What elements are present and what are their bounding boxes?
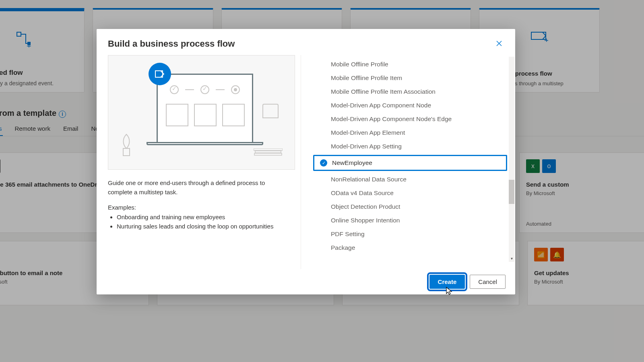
check-icon: ✓ xyxy=(320,159,327,167)
scrollbar-track[interactable] xyxy=(509,57,514,262)
entity-option[interactable]: Model-Driven App Setting xyxy=(313,140,507,153)
bpf-badge-icon xyxy=(149,63,171,85)
svg-rect-7 xyxy=(254,148,283,150)
entity-option[interactable]: Package xyxy=(313,241,507,255)
modal-title: Build a business process flow xyxy=(108,39,235,50)
entity-option[interactable]: Model-Driven App Element xyxy=(313,126,507,140)
entity-option[interactable]: Model-Driven App Component Node's Edge xyxy=(313,112,507,126)
bpf-illustration xyxy=(108,55,295,170)
examples-label: Examples: xyxy=(108,204,289,211)
svg-rect-9 xyxy=(254,153,282,155)
entity-option[interactable]: Mobile Offline Profile Item xyxy=(313,71,507,85)
scrollbar-thumb[interactable] xyxy=(509,180,514,204)
scroll-down-arrow[interactable]: ▾ xyxy=(509,256,514,262)
svg-rect-6 xyxy=(123,148,130,156)
entity-option[interactable]: NonRelational Data Source xyxy=(313,173,507,186)
entity-option[interactable]: Online Shopper Intention xyxy=(313,214,507,227)
examples-list: Onboarding and training new employees Nu… xyxy=(108,212,289,231)
entity-option[interactable]: OData v4 Data Source xyxy=(313,186,507,200)
cancel-button[interactable]: Cancel xyxy=(470,275,506,289)
entity-option[interactable]: Model-Driven App Component Node xyxy=(313,99,507,112)
entity-label: NewEmployee xyxy=(332,159,372,167)
modal-left-pane: Guide one or more end-users through a de… xyxy=(108,55,301,269)
entity-option[interactable]: Object Detection Product xyxy=(313,200,507,214)
entity-option-selected[interactable]: ✓ NewEmployee xyxy=(313,155,507,171)
entity-option[interactable]: PDF Setting xyxy=(313,227,507,241)
svg-rect-8 xyxy=(255,151,281,153)
example-item: Onboarding and training new employees xyxy=(117,212,289,222)
build-bpf-modal: Build a business process flow xyxy=(97,29,515,294)
close-button[interactable] xyxy=(494,39,504,50)
entity-picker: Mobile Offline Profile Mobile Offline Pr… xyxy=(301,55,515,269)
create-button[interactable]: Create xyxy=(429,275,465,289)
example-item: Nurturing sales leads and closing the lo… xyxy=(117,222,289,231)
modal-description: Guide one or more end-users through a de… xyxy=(108,179,289,197)
entity-option[interactable]: Mobile Offline Profile Item Association xyxy=(313,85,507,99)
entity-option[interactable]: Mobile Offline Profile xyxy=(313,58,507,71)
